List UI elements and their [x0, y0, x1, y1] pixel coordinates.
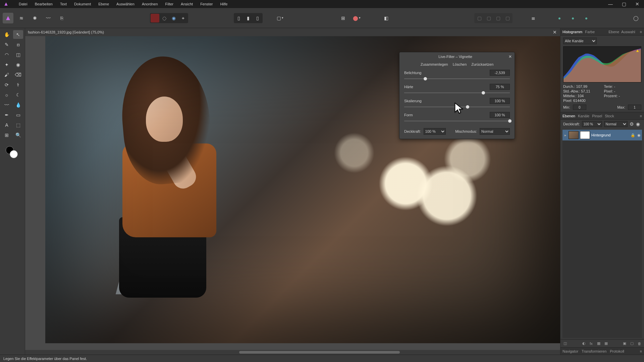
- tab-kanaele[interactable]: Kanäle: [578, 114, 589, 118]
- visibility-icon[interactable]: ◉: [637, 133, 641, 137]
- tab-farbe[interactable]: Farbe: [585, 30, 595, 34]
- adjustment-button[interactable]: ◐: [581, 341, 587, 346]
- dodge-tool[interactable]: ☼: [2, 90, 12, 99]
- persona-develop-button[interactable]: ✺: [30, 13, 40, 23]
- max-input[interactable]: [628, 105, 641, 110]
- panel-close-button[interactable]: ✕: [508, 54, 512, 59]
- persona-photo-button[interactable]: [3, 13, 13, 23]
- scale-slider[interactable]: [404, 105, 510, 109]
- menu-hilfe[interactable]: Hilfe: [217, 1, 231, 7]
- flood-select-tool[interactable]: ✦: [2, 60, 12, 69]
- layer-settings-icon[interactable]: ⚙: [630, 122, 634, 126]
- add-layer-button[interactable]: ▢: [629, 341, 635, 346]
- reset-button[interactable]: Zurücksetzen: [471, 62, 493, 66]
- delete-layer-button[interactable]: 🗑: [637, 341, 642, 346]
- lock-icon[interactable]: 🔒: [631, 133, 635, 137]
- exposure-value[interactable]: -2,539: [490, 70, 510, 76]
- persona-export-button[interactable]: ⎘: [56, 13, 67, 23]
- cloud-3-button[interactable]: ●: [581, 13, 592, 23]
- erase-tool[interactable]: ⌫: [13, 70, 23, 79]
- layer-blend-select[interactable]: Normal: [604, 121, 628, 127]
- align-left-button[interactable]: ▯: [234, 14, 243, 22]
- swatch-red-button[interactable]: [151, 14, 159, 22]
- exposure-slider[interactable]: [404, 76, 510, 81]
- menu-ansicht[interactable]: Ansicht: [177, 1, 196, 7]
- min-input[interactable]: [573, 105, 586, 110]
- panel-menu-icon[interactable]: ≡: [640, 114, 642, 118]
- document-tab-close[interactable]: ✕: [552, 29, 557, 35]
- tab-navigator[interactable]: Navigator: [562, 349, 578, 353]
- burn-tool[interactable]: ☾: [13, 90, 23, 99]
- panel-titlebar[interactable]: Live-Filter – Vignette ✕: [399, 52, 515, 61]
- window-minimize-button[interactable]: —: [604, 0, 617, 8]
- window-close-button[interactable]: ✕: [631, 0, 644, 8]
- blur-tool[interactable]: 💧: [13, 101, 23, 109]
- shape-slider[interactable]: [404, 119, 510, 123]
- delete-button[interactable]: Löschen: [453, 62, 467, 66]
- frame-text-tool[interactable]: ⬚: [13, 121, 23, 129]
- paint-brush-tool[interactable]: 🖌: [2, 70, 12, 79]
- document-tab[interactable]: fashion-6146328_1920.jpg [Geändert] (75,…: [28, 30, 104, 34]
- panel-menu-icon[interactable]: ≡: [640, 30, 642, 34]
- tab-protokoll[interactable]: Protokoll: [610, 349, 624, 353]
- menu-filter[interactable]: Filter: [162, 1, 177, 7]
- tab-ebene[interactable]: Ebene: [608, 30, 619, 34]
- marquee-tool[interactable]: ◫: [13, 50, 23, 59]
- pen-tool[interactable]: ✒: [2, 111, 12, 119]
- snap-button[interactable]: ⊞: [338, 13, 348, 23]
- window-maximize-button[interactable]: ▢: [617, 0, 631, 8]
- fx-button[interactable]: fx: [589, 341, 594, 346]
- menu-auswaehlen[interactable]: Auswählen: [113, 1, 138, 7]
- mask-button[interactable]: ◫: [562, 341, 568, 346]
- account-button[interactable]: ◯: [631, 13, 641, 23]
- swatch-picker-button[interactable]: ⌖: [179, 14, 187, 22]
- inpaint-tool[interactable]: ⚕: [13, 80, 23, 89]
- shape-tool[interactable]: ▭: [13, 111, 23, 119]
- align-center-button[interactable]: ▮: [244, 14, 253, 22]
- opacity-select[interactable]: 100 %: [424, 128, 446, 135]
- panel-menu-icon[interactable]: ≡: [640, 349, 642, 353]
- scale-value[interactable]: 100 %: [490, 98, 510, 104]
- blend-select[interactable]: Normal: [480, 128, 510, 135]
- tab-pinsel[interactable]: Pinsel: [592, 114, 602, 118]
- color-picker-tool[interactable]: ✎: [2, 40, 12, 49]
- live-filter-panel[interactable]: Live-Filter – Vignette ✕ Zusammenlegen L…: [399, 52, 515, 139]
- shape-value[interactable]: 100 %: [490, 112, 510, 118]
- group-button[interactable]: ▣: [622, 341, 627, 346]
- tab-ebenen[interactable]: Ebenen: [562, 114, 575, 118]
- cloud-2-button[interactable]: ●: [568, 13, 578, 23]
- menu-text[interactable]: Text: [57, 1, 70, 7]
- layer-visibility-icon[interactable]: ◉: [636, 122, 640, 126]
- persona-tone-button[interactable]: 〰: [43, 13, 54, 23]
- menu-dokument[interactable]: Dokument: [71, 1, 94, 7]
- selection-brush-tool[interactable]: ◠: [2, 50, 12, 59]
- tab-transformieren[interactable]: Transformieren: [582, 349, 606, 353]
- persona-liquify-button[interactable]: ≋: [16, 13, 27, 23]
- horizontal-scrollbar[interactable]: [25, 350, 560, 355]
- hardness-slider[interactable]: [404, 90, 510, 95]
- menu-bearbeiten[interactable]: Bearbeiten: [32, 1, 56, 7]
- arrange-button[interactable]: ≣: [528, 13, 539, 23]
- swatch-rgb-button[interactable]: ◉: [169, 14, 178, 22]
- text-tool[interactable]: A: [2, 121, 12, 129]
- live-filter-button[interactable]: ▩: [596, 341, 601, 346]
- channel-select[interactable]: Alle Kanäle: [563, 38, 597, 44]
- hardness-value[interactable]: 75 %: [490, 84, 510, 90]
- menu-anordnen[interactable]: Anordnen: [139, 1, 161, 7]
- merge-button[interactable]: Zusammenlegen: [421, 62, 448, 66]
- tab-auswahl[interactable]: Auswahl: [621, 30, 635, 34]
- layer-name[interactable]: Hintergrund: [591, 133, 629, 137]
- crop-tool[interactable]: ⧈: [13, 40, 23, 49]
- background-swatch[interactable]: [10, 150, 18, 158]
- smudge-tool[interactable]: 〰: [2, 101, 12, 109]
- mesh-tool[interactable]: ⊞: [2, 131, 12, 139]
- flood-fill-tool[interactable]: ◉: [13, 60, 23, 69]
- color-swatches[interactable]: [6, 146, 19, 160]
- menu-datei[interactable]: Datei: [15, 1, 31, 7]
- tab-histogram[interactable]: Histogramm: [562, 30, 582, 34]
- quick-mask-button[interactable]: ◧: [381, 13, 391, 23]
- hand-tool[interactable]: ✋: [2, 30, 12, 39]
- layer-opacity-select[interactable]: 100 %: [582, 121, 602, 127]
- clone-tool[interactable]: ⟳: [2, 80, 12, 89]
- tab-stock[interactable]: Stock: [605, 114, 614, 118]
